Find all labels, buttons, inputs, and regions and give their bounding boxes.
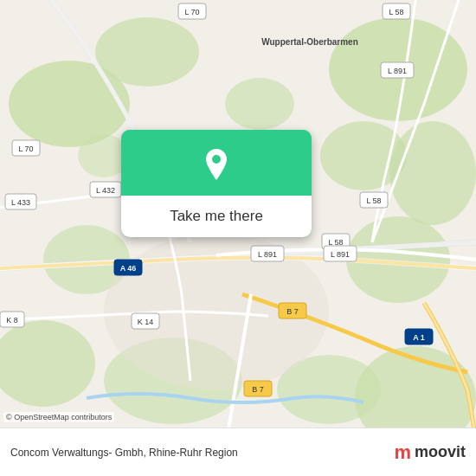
location-pin-icon — [197, 145, 235, 183]
svg-text:L 891: L 891 — [258, 250, 277, 259]
location-label: Concom Verwaltungs- Gmbh, Rhine-Ruhr Reg… — [10, 447, 394, 459]
svg-point-6 — [225, 78, 294, 130]
take-me-there-button[interactable]: Take me there — [170, 208, 263, 224]
svg-text:L 891: L 891 — [331, 250, 350, 259]
svg-text:A 1: A 1 — [413, 333, 425, 342]
svg-text:L 891: L 891 — [388, 67, 407, 75]
popup-card[interactable]: Take me there — [121, 130, 312, 237]
svg-point-50 — [212, 155, 221, 164]
svg-text:L 432: L 432 — [96, 186, 115, 195]
moovit-m-letter: m — [394, 441, 411, 464]
popup-top — [121, 130, 312, 196]
svg-text:Wuppertal-Oberbarmen: Wuppertal-Oberbarmen — [261, 37, 358, 47]
osm-attribution: © OpenStreetMap contributors — [3, 412, 114, 422]
moovit-logo: m moovit — [394, 441, 466, 464]
moovit-wordmark: moovit — [415, 443, 466, 461]
bottom-bar: Concom Verwaltungs- Gmbh, Rhine-Ruhr Reg… — [0, 428, 476, 476]
map-svg: L 70 L 70 L 58 L 58 L 58 L 891 L 891 L 8… — [0, 0, 476, 476]
popup-bottom: Take me there — [121, 196, 312, 237]
svg-text:L 70: L 70 — [184, 8, 199, 16]
svg-text:L 58: L 58 — [389, 8, 403, 16]
svg-text:L 58: L 58 — [366, 196, 381, 205]
svg-text:L 70: L 70 — [18, 145, 33, 153]
svg-text:B 7: B 7 — [286, 307, 299, 316]
svg-text:K 8: K 8 — [6, 316, 18, 325]
svg-point-7 — [95, 17, 199, 87]
svg-text:B 7: B 7 — [252, 385, 264, 394]
map-container: L 70 L 70 L 58 L 58 L 58 L 891 L 891 L 8… — [0, 0, 476, 476]
svg-text:K 14: K 14 — [138, 318, 154, 326]
svg-text:A 46: A 46 — [120, 264, 137, 273]
svg-text:L 433: L 433 — [11, 198, 30, 207]
svg-point-4 — [389, 121, 476, 225]
